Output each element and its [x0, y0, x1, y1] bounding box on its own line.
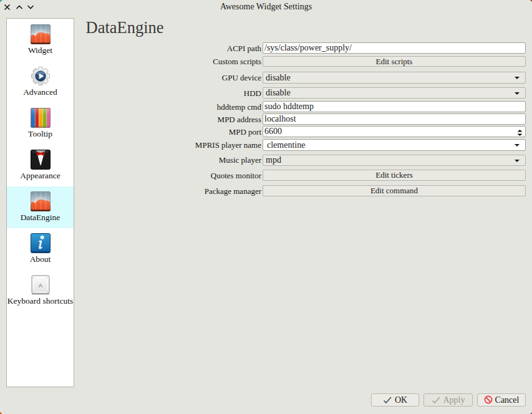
- svg-text:A: A: [38, 282, 42, 289]
